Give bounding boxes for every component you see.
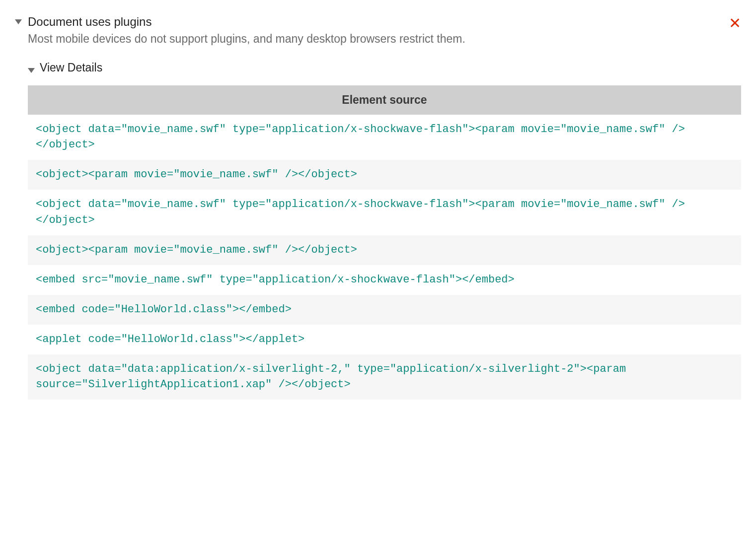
table-row: <object data="movie_name.swf" type="appl… [28, 190, 741, 235]
chevron-down-icon [15, 19, 22, 24]
fail-status-icon: ✕ [729, 16, 741, 31]
audit-item: Document uses plugins Most mobile device… [15, 10, 741, 400]
table-body: <object data="movie_name.swf" type="appl… [28, 115, 741, 400]
table-row: <object data="movie_name.swf" type="appl… [28, 115, 741, 160]
table-row: <applet code="HelloWorld.class"></applet… [28, 325, 741, 354]
table-row: <object data="data:application/x-silverl… [28, 354, 741, 400]
audit-title: Document uses plugins [28, 14, 465, 30]
audit-description: Most mobile devices do not support plugi… [28, 31, 465, 47]
audit-text-block: Document uses plugins Most mobile device… [28, 14, 465, 47]
table-row: <object><param movie="movie_name.swf" />… [28, 160, 741, 190]
element-source-table: Element source <object data="movie_name.… [28, 85, 741, 400]
table-row: <embed code="HelloWorld.class"></embed> [28, 295, 741, 325]
details-section: View Details Element source <object data… [28, 61, 741, 400]
table-header: Element source [28, 85, 741, 115]
audit-header-row: Document uses plugins Most mobile device… [15, 14, 741, 47]
details-label: View Details [40, 61, 102, 74]
details-toggle[interactable]: View Details [28, 61, 741, 74]
audit-toggle[interactable]: Document uses plugins Most mobile device… [15, 14, 719, 47]
table-row: <embed src="movie_name.swf" type="applic… [28, 265, 741, 295]
chevron-down-icon [28, 68, 35, 73]
table-row: <object><param movie="movie_name.swf" />… [28, 235, 741, 265]
